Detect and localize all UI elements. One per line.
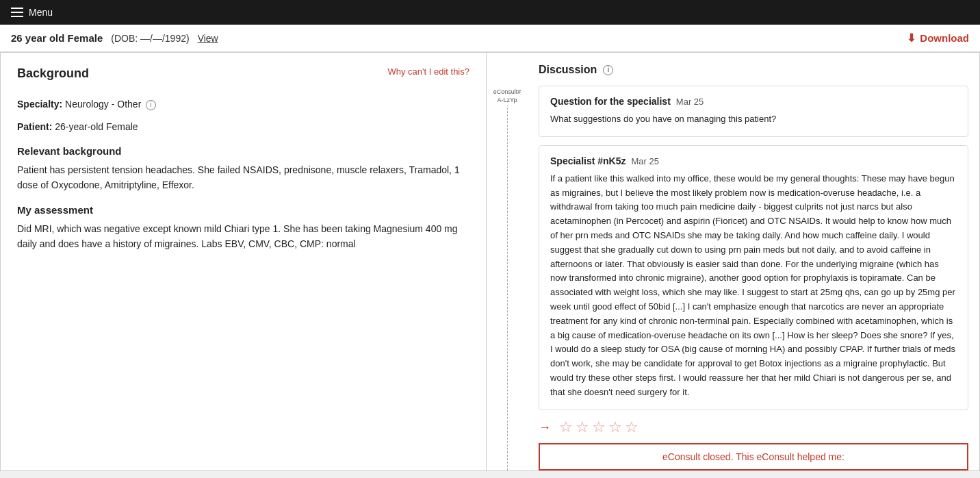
background-header: Background Why can't I edit this? <box>17 66 469 89</box>
specialty-info-icon[interactable]: i <box>146 100 156 110</box>
download-icon: ⬇ <box>907 32 916 45</box>
star-5[interactable]: ☆ <box>625 418 639 436</box>
timeline-label: eConsult#A-LzYp <box>491 87 524 105</box>
discussion-content: Discussion i Question for the specialist… <box>528 53 979 470</box>
discussion-scroll[interactable]: Question for the specialist Mar 25 What … <box>539 86 968 413</box>
closed-bar: eConsult closed. This eConsult helped me… <box>539 443 968 470</box>
specialty-value: Neurology - Other <box>65 99 141 110</box>
message-header-1: Question for the specialist Mar 25 <box>550 96 957 107</box>
discussion-inner: eConsult#A-LzYp Discussion i Question fo… <box>487 53 979 470</box>
specialty-label: Specialty: <box>17 99 62 110</box>
patient-row: Patient: 26-year-old Female <box>17 120 469 134</box>
message-author-1: Question for the specialist <box>550 96 671 107</box>
closed-bar-text: eConsult closed. This eConsult helped me… <box>662 451 844 462</box>
patient-name: 26 year old Female <box>11 32 103 44</box>
patient-dob: (DOB: —/—/1992) <box>111 33 189 44</box>
discussion-title: Discussion <box>539 64 597 76</box>
background-title: Background <box>17 66 89 81</box>
background-panel: Background Why can't I edit this? Specia… <box>1 53 487 470</box>
patient-info: 26 year old Female (DOB: —/—/1992) View <box>11 32 218 44</box>
timeline-line <box>507 87 508 470</box>
patient-label: Patient: <box>17 121 52 132</box>
main-content: Background Why can't I edit this? Specia… <box>0 52 980 471</box>
assessment-title: My assessment <box>17 204 469 216</box>
patient-header: 26 year old Female (DOB: —/—/1992) View … <box>0 25 980 52</box>
stars-and-close: → ☆ ☆ ☆ ☆ ☆ eConsult closed. This eConsu… <box>539 413 968 470</box>
view-link[interactable]: View <box>198 33 218 44</box>
discussion-panel: eConsult#A-LzYp Discussion i Question fo… <box>487 53 979 470</box>
message-card-1: Question for the specialist Mar 25 What … <box>539 86 968 137</box>
star-1[interactable]: ☆ <box>559 418 573 436</box>
message-date-1: Mar 25 <box>676 97 704 107</box>
patient-value: 26-year-old Female <box>55 121 138 132</box>
discussion-header: Discussion i <box>539 64 968 76</box>
message-body-2: If a patient like this walked into my of… <box>550 172 957 400</box>
star-4[interactable]: ☆ <box>608 418 622 436</box>
why-edit-link[interactable]: Why can't I edit this? <box>387 66 469 77</box>
timeline: eConsult#A-LzYp <box>487 53 528 470</box>
top-navigation: Menu <box>0 0 980 25</box>
relevant-background-body: Patient has persistent tension headaches… <box>17 162 469 193</box>
assessment-body: Did MRI, which was negative except known… <box>17 221 469 252</box>
message-body-1: What suggestions do you have on managing… <box>550 112 957 127</box>
menu-button[interactable] <box>11 8 23 17</box>
star-2[interactable]: ☆ <box>576 418 589 436</box>
star-3[interactable]: ☆ <box>592 418 606 436</box>
download-label: Download <box>920 32 969 44</box>
discussion-info-icon[interactable]: i <box>603 65 613 75</box>
message-card-2: Specialist #nK5z Mar 25 If a patient lik… <box>539 145 968 410</box>
specialty-row: Specialty: Neurology - Other i <box>17 97 469 112</box>
relevant-background-title: Relevant background <box>17 145 469 157</box>
message-author-2: Specialist #nK5z <box>550 155 626 166</box>
message-header-2: Specialist #nK5z Mar 25 <box>550 155 957 166</box>
menu-label: Menu <box>29 7 53 18</box>
download-button[interactable]: ⬇ Download <box>907 32 969 45</box>
message-date-2: Mar 25 <box>632 156 659 166</box>
rating-arrow-icon: → <box>539 420 551 435</box>
